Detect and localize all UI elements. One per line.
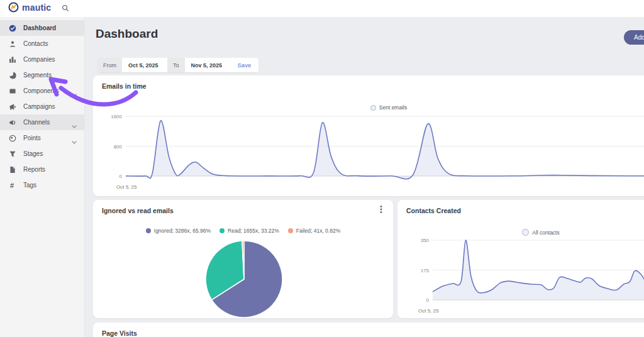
sidebar-item-label: Components [23, 87, 59, 94]
sidebar-item-label: Reports [23, 166, 45, 173]
ignored-vs-read-pie-chart [93, 200, 393, 318]
ignored-vs-read-panel: Ignored vs read emails Ignored; 3286x, 6… [93, 200, 393, 318]
date-range-filter: From To Save [97, 58, 258, 72]
sidebar-item-campaigns[interactable]: Campaigns [0, 99, 84, 114]
sidebar-item-reports[interactable]: Reports [0, 162, 84, 177]
search-icon[interactable] [61, 4, 71, 14]
from-date-input[interactable] [122, 58, 167, 72]
page-visits-panel: Page Visits [93, 323, 644, 337]
from-label: From [97, 58, 122, 72]
stages-icon [9, 150, 16, 158]
page-visits-title: Page Visits [102, 329, 137, 337]
components-icon [9, 87, 16, 95]
mautic-logo-icon [8, 2, 19, 13]
sidebar-item-label: Contacts [23, 40, 48, 47]
sidebar-item-tags[interactable]: #Tags [0, 177, 84, 193]
to-date-input[interactable] [185, 58, 230, 72]
sidebar-item-label: Campaigns [23, 103, 55, 110]
emails-in-time-chart [93, 75, 644, 196]
points-icon [9, 135, 16, 142]
sidebar-item-label: Segments [23, 72, 52, 79]
sidebar-item-segments[interactable]: Segments [0, 67, 84, 83]
sidebar-item-label: Points [23, 135, 41, 141]
sidebar-item-stages[interactable]: Stages [0, 146, 84, 162]
sidebar-item-label: Channels [23, 119, 50, 126]
sidebar-item-label: Companies [23, 56, 55, 63]
companies-icon [9, 56, 16, 64]
campaigns-icon [9, 103, 16, 111]
sidebar-item-label: Tags [23, 182, 36, 189]
reports-icon [9, 166, 16, 174]
to-label: To [167, 58, 185, 72]
sidebar-item-channels[interactable]: Channels [0, 114, 84, 130]
page-title: Dashboard [96, 27, 158, 41]
sidebar-item-label: Dashboard [23, 25, 56, 31]
sidebar-item-dashboard[interactable]: Dashboard [0, 20, 84, 36]
contacts-created-chart [397, 200, 644, 318]
sidebar-item-components[interactable]: Components [0, 83, 84, 99]
dashboard-icon [9, 25, 16, 32]
sidebar-item-companies[interactable]: Companies [0, 52, 84, 67]
mautic-logo[interactable]: mautic [8, 2, 51, 13]
contacts-icon [9, 40, 16, 48]
sidebar-item-label: Stages [23, 150, 43, 157]
svg-text:#: # [10, 182, 14, 189]
channels-icon [9, 119, 16, 126]
sidebar-item-points[interactable]: Points [0, 130, 84, 146]
add-widget-button[interactable]: Add widget [624, 30, 644, 45]
top-bar: mautic [0, 0, 644, 17]
sidebar: DashboardContactsCompaniesSegmentsCompon… [0, 17, 85, 337]
emails-in-time-panel: Emails in time Sent emails 1600 800 0 Oc… [93, 75, 644, 196]
save-button[interactable]: Save [230, 58, 259, 72]
brand-name: mautic [22, 3, 51, 13]
tags-icon: # [9, 182, 16, 189]
sidebar-item-contacts[interactable]: Contacts [0, 36, 84, 52]
segments-icon [9, 72, 16, 79]
contacts-created-panel: Contacts Created All contacts 350 175 0 … [397, 200, 644, 318]
